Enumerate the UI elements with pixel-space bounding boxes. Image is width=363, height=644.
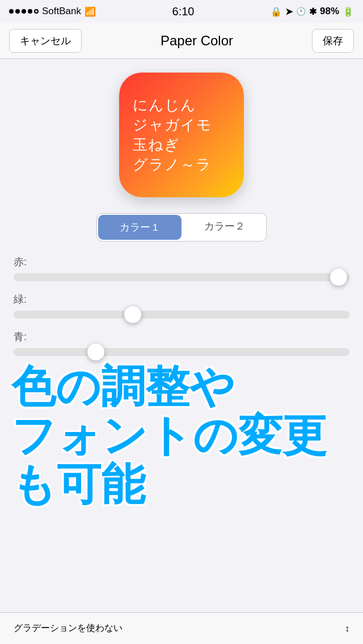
time-display: 6:10: [172, 5, 195, 18]
status-bar: SoftBank 📶 6:10 🔒 ➤ 🕐 ✱ 98% 🔋: [0, 0, 363, 23]
seg-color2[interactable]: カラー２: [183, 214, 266, 241]
main-content: にんじん ジャガイモ 玉ねぎ グラノ～ラ カラー１ カラー２ 赤: 緑:: [0, 59, 363, 367]
icon-line-2: ジャガイモ: [133, 115, 236, 135]
status-left: SoftBank 📶: [9, 6, 96, 17]
red-slider-thumb[interactable]: [330, 269, 347, 286]
cancel-button[interactable]: キャンセル: [9, 29, 82, 53]
red-slider-track[interactable]: [14, 273, 349, 281]
overlay-line-3: も可能: [11, 460, 327, 509]
overlay-line-1: 色の調整や: [11, 363, 327, 412]
nav-bar: キャンセル Paper Color 保存: [0, 23, 363, 59]
blue-slider-thumb[interactable]: [87, 344, 104, 361]
wifi-icon: 📶: [85, 6, 96, 17]
dot3: [22, 9, 26, 14]
sliders-section: 赤: 緑: 青:: [0, 255, 363, 367]
lock-icon: 🔒: [271, 6, 282, 17]
color-segmented-control[interactable]: カラー１ カラー２: [96, 213, 267, 242]
location-icon: ➤: [285, 6, 293, 17]
green-slider-track[interactable]: [14, 311, 349, 319]
bottom-label: グラデーションを使わない: [14, 622, 123, 634]
clock-icon: 🕐: [296, 7, 306, 16]
status-right: 🔒 ➤ 🕐 ✱ 98% 🔋: [271, 6, 354, 17]
icon-line-3: 玉ねぎ: [133, 135, 236, 155]
save-button[interactable]: 保存: [312, 29, 354, 53]
nav-title: Paper Color: [161, 33, 233, 49]
green-slider-row: 緑:: [14, 293, 349, 319]
red-slider-row: 赤:: [14, 255, 349, 281]
blue-label: 青:: [14, 330, 349, 344]
app-icon-preview: にんじん ジャガイモ 玉ねぎ グラノ～ラ: [119, 73, 244, 197]
red-label: 赤:: [14, 255, 349, 269]
dot5: [34, 9, 39, 14]
carrier-label: SoftBank: [42, 6, 81, 17]
seg-color1[interactable]: カラー１: [98, 215, 182, 240]
overlay-line-2: フォントの変更: [11, 412, 327, 460]
icon-line-1: にんじん: [133, 95, 236, 115]
blue-slider-track[interactable]: [14, 348, 349, 356]
dot2: [15, 9, 20, 14]
green-slider-thumb[interactable]: [124, 306, 141, 323]
battery-icon: 🔋: [343, 6, 354, 17]
battery-label: 98%: [320, 6, 339, 17]
green-label: 緑:: [14, 293, 349, 306]
bottom-bar: グラデーションを使わない ↕: [0, 612, 363, 644]
signal-dots: [9, 9, 39, 14]
app-icon-text: にんじん ジャガイモ 玉ねぎ グラノ～ラ: [127, 95, 236, 175]
dot4: [28, 9, 32, 14]
icon-line-4: グラノ～ラ: [133, 155, 236, 175]
overlay-promo-text: 色の調整や フォントの変更 も可能: [11, 363, 327, 509]
blue-slider-row: 青:: [14, 330, 349, 356]
sort-icon[interactable]: ↕: [345, 624, 349, 634]
bluetooth-icon: ✱: [309, 6, 316, 17]
dot1: [9, 9, 14, 14]
